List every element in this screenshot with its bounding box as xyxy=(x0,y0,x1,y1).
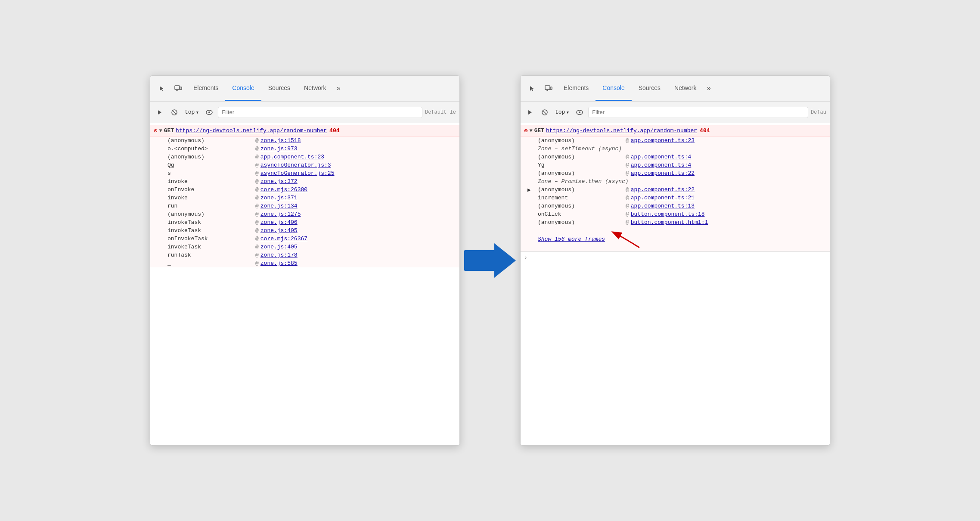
left-error-triangle[interactable]: ▼ xyxy=(159,128,162,134)
left-run-btn[interactable] xyxy=(154,106,166,118)
left-tab-sources[interactable]: Sources xyxy=(261,76,297,101)
table-row: invoke @ zone.js:371 xyxy=(150,194,459,202)
left-eye-btn[interactable] xyxy=(203,106,215,118)
left-link-4[interactable]: asyncToGenerator.js:25 xyxy=(261,170,335,177)
right-tab-more[interactable]: » xyxy=(703,76,714,101)
left-link-1[interactable]: zone.js:973 xyxy=(261,146,298,152)
table-row: Zone – setTimeout (async) xyxy=(521,145,830,153)
table-row: invokeTask @ zone.js:405 xyxy=(150,226,459,235)
left-link-7[interactable]: zone.js:371 xyxy=(261,195,298,201)
left-toolbar: top ▾ Default le xyxy=(150,102,459,123)
right-link-6[interactable]: app.component.ts:22 xyxy=(631,186,695,193)
left-tab-more[interactable]: » xyxy=(333,76,344,101)
right-filter-input[interactable] xyxy=(588,107,808,118)
svg-rect-10 xyxy=(550,87,552,90)
right-link-8[interactable]: app.component.ts:13 xyxy=(631,203,695,209)
left-block-btn[interactable] xyxy=(168,106,180,118)
table-row: (anonymous) @ app.component.ts:4 xyxy=(521,153,830,161)
left-tab-elements[interactable]: Elements xyxy=(186,76,225,101)
left-link-12[interactable]: core.mjs:26367 xyxy=(261,236,307,242)
svg-rect-9 xyxy=(545,86,550,90)
right-error-row: ⊗ ▼ GET https://ng-devtools.netlify.app/… xyxy=(521,125,830,136)
left-link-5[interactable]: zone.js:372 xyxy=(261,178,298,185)
left-default-level: Default le xyxy=(425,109,456,115)
svg-rect-1 xyxy=(180,87,182,90)
right-device-icon[interactable] xyxy=(540,76,557,101)
left-device-icon[interactable] xyxy=(170,76,186,101)
right-block-btn[interactable] xyxy=(539,106,551,118)
left-tabs-bar: Elements Console Sources Network » xyxy=(150,76,459,102)
left-stack-section: (anonymous) @ zone.js:1518 o.<computed> … xyxy=(150,136,459,267)
right-default-level: Defau xyxy=(811,109,826,115)
right-link-3[interactable]: app.component.ts:4 xyxy=(631,162,691,168)
left-link-9[interactable]: zone.js:1275 xyxy=(261,211,301,217)
table-row: (anonymous) @ zone.js:1275 xyxy=(150,210,459,218)
table-row: (anonymous) @ app.component.ts:22 xyxy=(521,169,830,177)
left-link-15[interactable]: zone.js:585 xyxy=(261,260,298,267)
left-link-3[interactable]: asyncToGenerator.js:3 xyxy=(261,162,331,168)
left-error-row: ⊗ ▼ GET https://ng-devtools.netlify.app/… xyxy=(150,125,459,136)
left-tab-network[interactable]: Network xyxy=(297,76,333,101)
right-cursor-icon[interactable] xyxy=(524,76,540,101)
right-link-9[interactable]: button.component.ts:18 xyxy=(631,211,705,217)
right-link-4[interactable]: app.component.ts:22 xyxy=(631,170,695,177)
show-more-link[interactable]: Show 156 more frames xyxy=(538,236,605,242)
right-console-content: ⊗ ▼ GET https://ng-devtools.netlify.app/… xyxy=(521,123,830,445)
svg-marker-4 xyxy=(158,110,161,115)
scene: Elements Console Sources Network » top xyxy=(0,0,980,521)
left-link-11[interactable]: zone.js:405 xyxy=(261,227,298,234)
table-row: onClick @ button.component.ts:18 xyxy=(521,210,830,218)
left-tab-console[interactable]: Console xyxy=(225,76,261,101)
left-devtools-panel: Elements Console Sources Network » top xyxy=(150,75,460,446)
table-row: increment @ app.component.ts:21 xyxy=(521,194,830,202)
table-row: Qg @ asyncToGenerator.js:3 xyxy=(150,161,459,169)
table-row: run @ zone.js:134 xyxy=(150,202,459,210)
left-link-14[interactable]: zone.js:178 xyxy=(261,252,298,258)
svg-line-6 xyxy=(173,111,176,114)
svg-rect-0 xyxy=(175,86,180,90)
right-link-10[interactable]: button.component.html:1 xyxy=(631,219,708,226)
table-row: invoke @ zone.js:372 xyxy=(150,177,459,186)
right-tab-elements[interactable]: Elements xyxy=(557,76,595,101)
left-link-13[interactable]: zone.js:405 xyxy=(261,244,298,250)
left-context-select[interactable]: top ▾ xyxy=(183,108,201,117)
direction-arrow xyxy=(460,243,520,278)
table-row: (anonymous) @ app.component.ts:23 xyxy=(521,136,830,145)
right-eye-btn[interactable] xyxy=(574,106,586,118)
right-toolbar: top ▾ Defau xyxy=(521,102,830,123)
table-row: onInvoke @ core.mjs:26380 xyxy=(150,186,459,194)
left-console-content: ⊗ ▼ GET https://ng-devtools.netlify.app/… xyxy=(150,123,459,445)
table-row: onInvokeTask @ core.mjs:26367 xyxy=(150,235,459,243)
right-tab-sources[interactable]: Sources xyxy=(632,76,667,101)
right-link-0[interactable]: app.component.ts:23 xyxy=(631,137,695,144)
red-arrow-annotation xyxy=(609,228,644,250)
right-error-icon: ⊗ xyxy=(524,127,527,134)
right-tab-console[interactable]: Console xyxy=(595,76,631,101)
right-tab-network[interactable]: Network xyxy=(667,76,703,101)
right-context-select[interactable]: top ▾ xyxy=(553,108,571,117)
right-stack-section: (anonymous) @ app.component.ts:23 Zone –… xyxy=(521,136,830,251)
right-console-input-row: › xyxy=(521,251,830,264)
table-row: Yg @ app.component.ts:4 xyxy=(521,161,830,169)
table-row: runTask @ zone.js:178 xyxy=(150,251,459,259)
left-error-url[interactable]: https://ng-devtools.netlify.app/random-n… xyxy=(176,127,327,134)
svg-point-17 xyxy=(579,112,580,113)
table-row: invokeTask @ zone.js:406 xyxy=(150,218,459,226)
right-error-triangle[interactable]: ▼ xyxy=(529,128,532,134)
svg-point-8 xyxy=(208,112,210,113)
right-link-2[interactable]: app.component.ts:4 xyxy=(631,154,691,160)
left-filter-input[interactable] xyxy=(218,107,422,118)
left-link-2[interactable]: app.component.ts:23 xyxy=(261,154,324,160)
left-link-10[interactable]: zone.js:406 xyxy=(261,219,298,226)
left-link-0[interactable]: zone.js:1518 xyxy=(261,137,301,144)
left-link-8[interactable]: zone.js:134 xyxy=(261,203,298,209)
right-run-btn[interactable] xyxy=(524,106,536,118)
right-devtools-panel: Elements Console Sources Network » top xyxy=(520,75,830,446)
right-error-url[interactable]: https://ng-devtools.netlify.app/random-n… xyxy=(546,127,697,134)
left-link-6[interactable]: core.mjs:26380 xyxy=(261,186,307,193)
left-cursor-icon[interactable] xyxy=(154,76,170,101)
table-row: o.<computed> @ zone.js:973 xyxy=(150,145,459,153)
show-more-row: Show 156 more frames xyxy=(521,226,830,251)
table-row: ▶ (anonymous) @ app.component.ts:22 xyxy=(521,186,830,194)
right-link-7[interactable]: app.component.ts:21 xyxy=(631,195,695,201)
